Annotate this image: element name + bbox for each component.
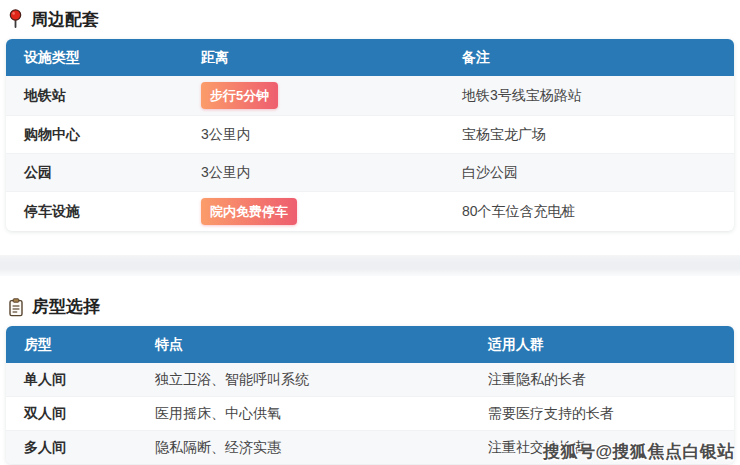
th-feature: 特点 <box>137 326 470 363</box>
page-content: 周边配套 设施类型 距离 备注 地铁站 步行5分钟 地铁3号线宝杨路站 购物中心 <box>0 0 740 231</box>
th-note: 备注 <box>444 39 734 76</box>
cell-facility-type: 公园 <box>6 154 183 192</box>
table-row: 停车设施 院内免费停车 80个车位含充电桩 <box>6 192 734 232</box>
cell-distance: 院内免费停车 <box>183 192 444 232</box>
cell-facility-type: 购物中心 <box>6 116 183 154</box>
cell-note: 地铁3号线宝杨路站 <box>444 76 734 116</box>
section-title-room-types: 房型选择 <box>8 276 734 317</box>
cell-distance: 步行5分钟 <box>183 76 444 116</box>
cell-note: 80个车位含充电桩 <box>444 192 734 232</box>
cell-note: 宝杨宝龙广场 <box>444 116 734 154</box>
cell-facility-type: 停车设施 <box>6 192 183 232</box>
table-row: 地铁站 步行5分钟 地铁3号线宝杨路站 <box>6 76 734 116</box>
parking-badge: 院内免费停车 <box>201 198 297 225</box>
section-title-text: 周边配套 <box>31 10 99 30</box>
distance-badge: 步行5分钟 <box>201 82 278 109</box>
cell-distance: 3公里内 <box>183 154 444 192</box>
clipboard-icon <box>8 298 24 317</box>
surroundings-table: 设施类型 距离 备注 地铁站 步行5分钟 地铁3号线宝杨路站 购物中心 3公里内… <box>6 39 734 231</box>
section-divider <box>0 255 740 276</box>
surroundings-table-card: 设施类型 距离 备注 地铁站 步行5分钟 地铁3号线宝杨路站 购物中心 3公里内… <box>6 39 734 231</box>
cell-feature: 医用摇床、中心供氧 <box>137 397 470 431</box>
th-audience: 适用人群 <box>470 326 734 363</box>
header-row: 房型 特点 适用人群 <box>6 326 734 363</box>
header-row: 设施类型 距离 备注 <box>6 39 734 76</box>
cell-room-type: 双人间 <box>6 397 137 431</box>
th-distance: 距离 <box>183 39 444 76</box>
table-row: 公园 3公里内 白沙公园 <box>6 154 734 192</box>
cell-feature: 独立卫浴、智能呼叫系统 <box>137 363 470 397</box>
th-room-type: 房型 <box>6 326 137 363</box>
cell-audience: 需要医疗支持的长者 <box>470 397 734 431</box>
table-row: 购物中心 3公里内 宝杨宝龙广场 <box>6 116 734 154</box>
table-row: 单人间 独立卫浴、智能呼叫系统 注重隐私的长者 <box>6 363 734 397</box>
sohu-watermark: 搜狐号@搜狐焦点白银站 <box>543 440 735 463</box>
table-row: 双人间 医用摇床、中心供氧 需要医疗支持的长者 <box>6 397 734 431</box>
cell-room-type: 多人间 <box>6 431 137 465</box>
cell-room-type: 单人间 <box>6 363 137 397</box>
cell-audience: 注重隐私的长者 <box>470 363 734 397</box>
th-facility-type: 设施类型 <box>6 39 183 76</box>
cell-facility-type: 地铁站 <box>6 76 183 116</box>
page-content-rooms: 房型选择 房型 特点 适用人群 单人间 独立卫浴、智能呼叫系统 注重隐私的长者 … <box>0 276 740 464</box>
section-title-text: 房型选择 <box>32 297 100 317</box>
cell-distance: 3公里内 <box>183 116 444 154</box>
section-title-surroundings: 周边配套 <box>8 0 734 30</box>
cell-feature: 隐私隔断、经济实惠 <box>137 431 470 465</box>
cell-note: 白沙公园 <box>444 154 734 192</box>
map-pin-icon <box>8 9 23 30</box>
